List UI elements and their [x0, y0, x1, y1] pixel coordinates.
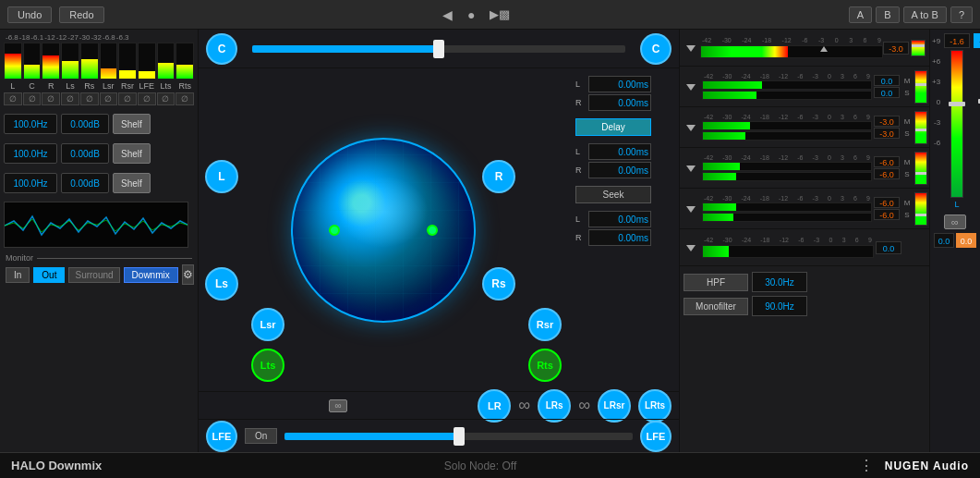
gain-input-3[interactable]: [61, 173, 109, 193]
hpf-value[interactable]: [752, 272, 807, 292]
ch-meter-rsr: [118, 43, 137, 80]
freq-input-1[interactable]: [4, 114, 57, 134]
nugen-logo: NUGEN Audio: [885, 460, 969, 472]
c-slider-thumb[interactable]: [433, 40, 444, 58]
delay-lsr-input[interactable]: [588, 211, 651, 227]
ch-meter-ls: [61, 43, 79, 80]
phase-btn-rts[interactable]: ∅: [175, 92, 194, 105]
lfe-slider-thumb[interactable]: [454, 427, 465, 446]
phase-btn-c[interactable]: ∅: [23, 92, 42, 105]
ch-meter-lfe: [138, 43, 156, 80]
lr-node[interactable]: LR: [478, 389, 511, 423]
main-content: -6.8 -18 -6.1 -12 -12 -27 -30 -32 -6.8 -…: [0, 30, 980, 452]
lr-link-icon[interactable]: ∞: [518, 396, 530, 415]
meter-area: -42-30-24-18-12-6-30369 -3.0: [679, 30, 929, 452]
lrs-link-icon[interactable]: ∞: [578, 396, 590, 415]
lsr-node[interactable]: Lsr: [251, 308, 284, 341]
delay-l-input[interactable]: [588, 76, 651, 92]
rts-node[interactable]: Rts: [528, 349, 562, 382]
level-num: -30: [79, 33, 91, 42]
in-button[interactable]: In: [6, 267, 30, 283]
link-icon[interactable]: ∞: [329, 399, 347, 412]
gain-input-1[interactable]: [61, 114, 109, 134]
phase-btn-r[interactable]: ∅: [42, 92, 60, 105]
lts-node[interactable]: Lts: [251, 349, 284, 382]
monofilter-button[interactable]: Monofilter: [684, 298, 748, 315]
lr-val-l: 0.0: [874, 75, 900, 86]
ch-meter-rs: [80, 43, 99, 80]
shelf-btn-3[interactable]: Shelf: [113, 173, 151, 193]
atob-button[interactable]: A to B: [903, 6, 947, 23]
phase-btn-lts[interactable]: ∅: [157, 92, 175, 105]
c-meter-tri: [820, 46, 828, 52]
l-node[interactable]: L: [205, 160, 238, 193]
delay-rsr-input[interactable]: [588, 229, 651, 246]
settings-button[interactable]: ⚙: [182, 264, 194, 285]
delay-rs-input[interactable]: [588, 162, 651, 178]
delay-ls-input[interactable]: [588, 143, 651, 160]
ls-node[interactable]: Ls: [205, 267, 238, 300]
phase-btn-rs[interactable]: ∅: [80, 92, 99, 105]
seek-button[interactable]: Seek: [575, 186, 651, 203]
surround-button[interactable]: Surround: [68, 267, 119, 283]
phase-btn-rsr[interactable]: ∅: [118, 92, 137, 105]
lfe-node-right[interactable]: LFE: [640, 421, 671, 452]
sphere-node-right[interactable]: [427, 225, 438, 236]
phase-btn-l[interactable]: ∅: [4, 92, 22, 105]
lrsr-val-l: -6.0: [874, 156, 900, 167]
shelf-btn-2[interactable]: Shelf: [113, 143, 151, 164]
lrsr-node[interactable]: LRsr: [598, 389, 631, 423]
ch-label-lsr: Lsr: [100, 81, 118, 91]
fader-scale-3: +3: [932, 78, 940, 98]
hpf-button[interactable]: HPF: [684, 274, 748, 291]
delay-l-label: L: [575, 80, 585, 89]
lr-m-label: M: [904, 77, 911, 85]
c-node-left[interactable]: C: [206, 33, 237, 65]
shelf-btn-1[interactable]: Shelf: [113, 114, 151, 134]
rs-node[interactable]: Rs: [482, 267, 515, 300]
sphere-node-left[interactable]: [329, 225, 340, 236]
out-button[interactable]: Out: [33, 267, 65, 283]
lrsr-s-label: S: [904, 170, 909, 178]
level-num: -12: [44, 33, 55, 42]
level-num: -12: [56, 33, 67, 42]
level-num: -27: [67, 33, 79, 42]
phase-btn-lfe[interactable]: ∅: [138, 92, 156, 105]
lr-fader-link[interactable]: ∞: [944, 214, 966, 229]
bottom-bar: HALO Downmix Solo Node: Off ⋮ NUGEN Audi…: [0, 452, 980, 478]
star-icon[interactable]: ●: [467, 7, 475, 22]
phase-btn-lsr[interactable]: ∅: [100, 92, 118, 105]
lrs-node[interactable]: LRs: [538, 389, 571, 423]
ch-label-rs: Rs: [80, 81, 99, 91]
back-icon[interactable]: ◀: [442, 7, 453, 22]
delay-r-input[interactable]: [588, 94, 651, 111]
ch-meter-l: [4, 43, 22, 80]
lfe-node-left[interactable]: LFE: [206, 421, 237, 452]
undo-button[interactable]: Undo: [7, 6, 52, 23]
left-fader[interactable]: [950, 50, 963, 198]
freq-input-3[interactable]: [4, 173, 57, 193]
phase-btn-ls[interactable]: ∅: [61, 92, 79, 105]
lfe-on-button[interactable]: On: [245, 428, 277, 444]
play-record-icon[interactable]: ▶▩: [490, 7, 510, 21]
freq-input-2[interactable]: [4, 143, 57, 164]
monofilter-value[interactable]: [752, 296, 807, 316]
delay-rs-label: R: [575, 165, 585, 175]
delay-button[interactable]: Delay: [575, 118, 651, 136]
ch-label-l: L: [4, 81, 22, 91]
level-num: -6.3: [116, 33, 129, 42]
rsr-node[interactable]: Rsr: [528, 308, 562, 341]
lrs-val-l: -3.0: [874, 116, 900, 127]
a-button[interactable]: A: [849, 6, 872, 23]
help-button[interactable]: ?: [950, 6, 973, 23]
redo-button[interactable]: Redo: [59, 6, 103, 23]
c-right-fader: [911, 40, 926, 56]
c-node-right[interactable]: C: [640, 33, 671, 65]
b-button[interactable]: B: [876, 6, 899, 23]
downmix-button[interactable]: Downmix: [124, 267, 178, 283]
r-node[interactable]: R: [482, 160, 515, 193]
gain-input-2[interactable]: [61, 143, 109, 164]
lrs-m-label: M: [904, 117, 911, 126]
lrsr-m-label: M: [904, 158, 911, 166]
lrts-node[interactable]: LRts: [638, 389, 671, 423]
